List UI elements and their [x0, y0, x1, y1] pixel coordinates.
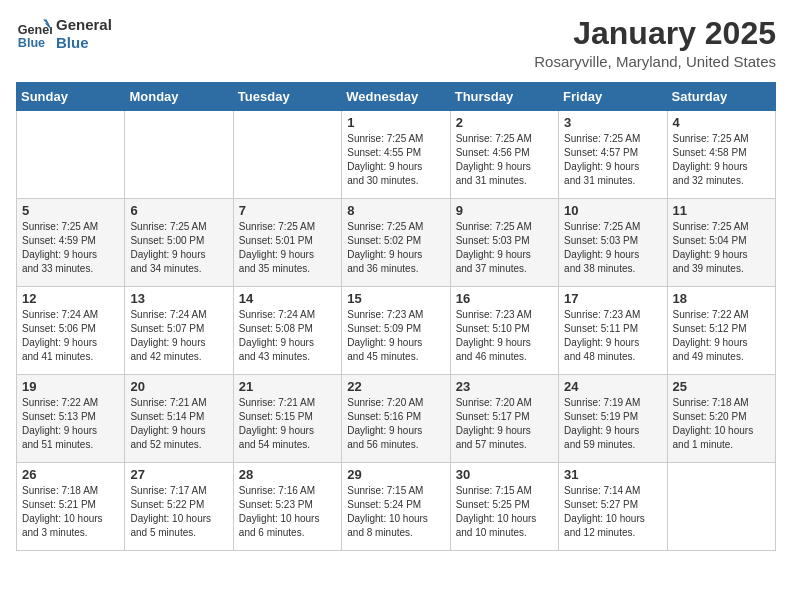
calendar-subtitle: Rosaryville, Maryland, United States	[534, 53, 776, 70]
logo: General Blue General Blue	[16, 16, 112, 52]
calendar-cell: 10Sunrise: 7:25 AM Sunset: 5:03 PM Dayli…	[559, 199, 667, 287]
day-info: Sunrise: 7:25 AM Sunset: 5:01 PM Dayligh…	[239, 220, 336, 276]
title-block: January 2025 Rosaryville, Maryland, Unit…	[534, 16, 776, 70]
day-number: 16	[456, 291, 553, 306]
day-number: 5	[22, 203, 119, 218]
calendar-cell: 15Sunrise: 7:23 AM Sunset: 5:09 PM Dayli…	[342, 287, 450, 375]
week-row-1: 1Sunrise: 7:25 AM Sunset: 4:55 PM Daylig…	[17, 111, 776, 199]
calendar-body: 1Sunrise: 7:25 AM Sunset: 4:55 PM Daylig…	[17, 111, 776, 551]
day-number: 1	[347, 115, 444, 130]
calendar-cell	[125, 111, 233, 199]
day-info: Sunrise: 7:19 AM Sunset: 5:19 PM Dayligh…	[564, 396, 661, 452]
day-info: Sunrise: 7:25 AM Sunset: 4:55 PM Dayligh…	[347, 132, 444, 188]
day-info: Sunrise: 7:22 AM Sunset: 5:12 PM Dayligh…	[673, 308, 770, 364]
day-number: 7	[239, 203, 336, 218]
col-header-friday: Friday	[559, 83, 667, 111]
calendar-cell: 27Sunrise: 7:17 AM Sunset: 5:22 PM Dayli…	[125, 463, 233, 551]
calendar-cell: 6Sunrise: 7:25 AM Sunset: 5:00 PM Daylig…	[125, 199, 233, 287]
day-info: Sunrise: 7:25 AM Sunset: 4:56 PM Dayligh…	[456, 132, 553, 188]
calendar-cell	[17, 111, 125, 199]
day-number: 15	[347, 291, 444, 306]
day-info: Sunrise: 7:25 AM Sunset: 4:59 PM Dayligh…	[22, 220, 119, 276]
calendar-cell: 30Sunrise: 7:15 AM Sunset: 5:25 PM Dayli…	[450, 463, 558, 551]
page-header: General Blue General Blue January 2025 R…	[16, 16, 776, 70]
day-info: Sunrise: 7:20 AM Sunset: 5:17 PM Dayligh…	[456, 396, 553, 452]
calendar-header-row: SundayMondayTuesdayWednesdayThursdayFrid…	[17, 83, 776, 111]
day-number: 17	[564, 291, 661, 306]
week-row-2: 5Sunrise: 7:25 AM Sunset: 4:59 PM Daylig…	[17, 199, 776, 287]
calendar-cell: 28Sunrise: 7:16 AM Sunset: 5:23 PM Dayli…	[233, 463, 341, 551]
calendar-cell: 19Sunrise: 7:22 AM Sunset: 5:13 PM Dayli…	[17, 375, 125, 463]
col-header-monday: Monday	[125, 83, 233, 111]
day-info: Sunrise: 7:18 AM Sunset: 5:20 PM Dayligh…	[673, 396, 770, 452]
day-info: Sunrise: 7:24 AM Sunset: 5:07 PM Dayligh…	[130, 308, 227, 364]
day-info: Sunrise: 7:24 AM Sunset: 5:06 PM Dayligh…	[22, 308, 119, 364]
day-info: Sunrise: 7:15 AM Sunset: 5:24 PM Dayligh…	[347, 484, 444, 540]
calendar-cell: 7Sunrise: 7:25 AM Sunset: 5:01 PM Daylig…	[233, 199, 341, 287]
day-number: 24	[564, 379, 661, 394]
col-header-thursday: Thursday	[450, 83, 558, 111]
day-number: 2	[456, 115, 553, 130]
logo-general-text: General	[56, 16, 112, 33]
day-number: 23	[456, 379, 553, 394]
calendar-cell: 8Sunrise: 7:25 AM Sunset: 5:02 PM Daylig…	[342, 199, 450, 287]
day-info: Sunrise: 7:25 AM Sunset: 5:03 PM Dayligh…	[564, 220, 661, 276]
day-info: Sunrise: 7:25 AM Sunset: 4:57 PM Dayligh…	[564, 132, 661, 188]
day-number: 10	[564, 203, 661, 218]
day-info: Sunrise: 7:21 AM Sunset: 5:14 PM Dayligh…	[130, 396, 227, 452]
calendar-cell: 5Sunrise: 7:25 AM Sunset: 4:59 PM Daylig…	[17, 199, 125, 287]
calendar-table: SundayMondayTuesdayWednesdayThursdayFrid…	[16, 82, 776, 551]
week-row-5: 26Sunrise: 7:18 AM Sunset: 5:21 PM Dayli…	[17, 463, 776, 551]
day-info: Sunrise: 7:17 AM Sunset: 5:22 PM Dayligh…	[130, 484, 227, 540]
day-info: Sunrise: 7:25 AM Sunset: 5:00 PM Dayligh…	[130, 220, 227, 276]
calendar-cell: 29Sunrise: 7:15 AM Sunset: 5:24 PM Dayli…	[342, 463, 450, 551]
calendar-cell: 18Sunrise: 7:22 AM Sunset: 5:12 PM Dayli…	[667, 287, 775, 375]
day-info: Sunrise: 7:16 AM Sunset: 5:23 PM Dayligh…	[239, 484, 336, 540]
day-info: Sunrise: 7:23 AM Sunset: 5:09 PM Dayligh…	[347, 308, 444, 364]
day-info: Sunrise: 7:25 AM Sunset: 5:03 PM Dayligh…	[456, 220, 553, 276]
day-number: 4	[673, 115, 770, 130]
calendar-cell	[233, 111, 341, 199]
day-info: Sunrise: 7:20 AM Sunset: 5:16 PM Dayligh…	[347, 396, 444, 452]
day-number: 30	[456, 467, 553, 482]
day-info: Sunrise: 7:18 AM Sunset: 5:21 PM Dayligh…	[22, 484, 119, 540]
calendar-cell: 3Sunrise: 7:25 AM Sunset: 4:57 PM Daylig…	[559, 111, 667, 199]
day-number: 9	[456, 203, 553, 218]
calendar-cell: 24Sunrise: 7:19 AM Sunset: 5:19 PM Dayli…	[559, 375, 667, 463]
logo-blue-text: Blue	[56, 34, 89, 51]
day-number: 14	[239, 291, 336, 306]
calendar-cell: 25Sunrise: 7:18 AM Sunset: 5:20 PM Dayli…	[667, 375, 775, 463]
day-number: 29	[347, 467, 444, 482]
calendar-cell: 23Sunrise: 7:20 AM Sunset: 5:17 PM Dayli…	[450, 375, 558, 463]
day-info: Sunrise: 7:24 AM Sunset: 5:08 PM Dayligh…	[239, 308, 336, 364]
day-info: Sunrise: 7:22 AM Sunset: 5:13 PM Dayligh…	[22, 396, 119, 452]
day-info: Sunrise: 7:23 AM Sunset: 5:10 PM Dayligh…	[456, 308, 553, 364]
col-header-wednesday: Wednesday	[342, 83, 450, 111]
calendar-cell: 1Sunrise: 7:25 AM Sunset: 4:55 PM Daylig…	[342, 111, 450, 199]
day-number: 6	[130, 203, 227, 218]
day-number: 28	[239, 467, 336, 482]
day-number: 22	[347, 379, 444, 394]
day-number: 31	[564, 467, 661, 482]
col-header-saturday: Saturday	[667, 83, 775, 111]
day-info: Sunrise: 7:25 AM Sunset: 5:04 PM Dayligh…	[673, 220, 770, 276]
calendar-cell	[667, 463, 775, 551]
calendar-cell: 14Sunrise: 7:24 AM Sunset: 5:08 PM Dayli…	[233, 287, 341, 375]
day-info: Sunrise: 7:25 AM Sunset: 4:58 PM Dayligh…	[673, 132, 770, 188]
logo-icon: General Blue	[16, 16, 52, 52]
day-number: 21	[239, 379, 336, 394]
calendar-cell: 21Sunrise: 7:21 AM Sunset: 5:15 PM Dayli…	[233, 375, 341, 463]
calendar-cell: 20Sunrise: 7:21 AM Sunset: 5:14 PM Dayli…	[125, 375, 233, 463]
calendar-cell: 22Sunrise: 7:20 AM Sunset: 5:16 PM Dayli…	[342, 375, 450, 463]
day-number: 13	[130, 291, 227, 306]
day-number: 3	[564, 115, 661, 130]
calendar-cell: 9Sunrise: 7:25 AM Sunset: 5:03 PM Daylig…	[450, 199, 558, 287]
calendar-cell: 26Sunrise: 7:18 AM Sunset: 5:21 PM Dayli…	[17, 463, 125, 551]
week-row-4: 19Sunrise: 7:22 AM Sunset: 5:13 PM Dayli…	[17, 375, 776, 463]
day-number: 25	[673, 379, 770, 394]
calendar-cell: 31Sunrise: 7:14 AM Sunset: 5:27 PM Dayli…	[559, 463, 667, 551]
day-number: 27	[130, 467, 227, 482]
calendar-cell: 4Sunrise: 7:25 AM Sunset: 4:58 PM Daylig…	[667, 111, 775, 199]
day-info: Sunrise: 7:21 AM Sunset: 5:15 PM Dayligh…	[239, 396, 336, 452]
col-header-sunday: Sunday	[17, 83, 125, 111]
